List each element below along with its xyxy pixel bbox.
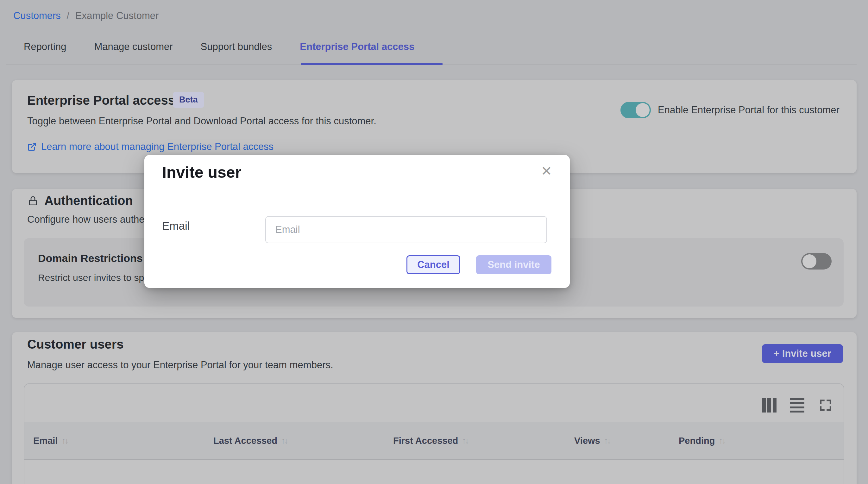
column-label: Pending [679,435,715,446]
domain-restrictions-toggle[interactable] [801,253,832,269]
column-header-views[interactable]: Views ↑↓ [574,422,610,459]
customer-users-title: Customer users [27,337,124,351]
learn-more-link[interactable]: Learn more about managing Enterprise Por… [27,141,274,153]
modal-title: Invite user [162,163,241,182]
table-toolbar [24,384,844,422]
tab-enterprise-portal-access[interactable]: Enterprise Portal access [300,41,414,53]
sort-icon[interactable]: ↑↓ [604,436,610,446]
domain-restrictions-title: Domain Restrictions [38,252,143,264]
column-label: First Accessed [393,435,458,446]
columns-icon[interactable] [762,398,776,413]
beta-badge: Beta [173,92,204,108]
breadcrumb-current: Example Customer [75,10,159,21]
cancel-button[interactable]: Cancel [406,255,460,274]
customer-detail-page: Customers / Example Customer Reporting M… [0,0,868,484]
column-header-pending[interactable]: Pending ↑↓ [679,422,724,459]
enable-portal-toggle[interactable] [620,102,651,118]
tab-manage-customer[interactable]: Manage customer [94,41,173,53]
breadcrumb: Customers / Example Customer [13,10,159,22]
column-label: Last Accessed [213,435,277,446]
authentication-header: Authentication [27,194,133,208]
table-empty-row: No users installed [24,460,844,484]
active-tab-underline [301,63,442,65]
authentication-title: Authentication [44,194,133,208]
invite-user-button[interactable]: + Invite user [762,344,843,363]
sort-icon[interactable]: ↑↓ [281,436,287,446]
toggle-knob [636,103,650,117]
column-header-last-accessed[interactable]: Last Accessed ↑↓ [213,422,287,459]
portal-toggle-row: Enable Enterprise Portal for this custom… [620,102,839,118]
send-invite-button[interactable]: Send invite [476,255,552,274]
sort-icon[interactable]: ↑↓ [719,436,724,446]
lock-icon [27,195,39,206]
column-label: Views [574,435,600,446]
column-header-email[interactable]: Email ↑↓ [33,422,67,459]
breadcrumb-separator: / [67,10,70,21]
toggle-knob [803,254,816,268]
tab-support-bundles[interactable]: Support bundles [201,41,272,53]
invite-user-modal: Invite user ✕ Email Cancel Send invite [144,155,570,288]
sort-icon[interactable]: ↑↓ [61,436,67,446]
email-field[interactable] [265,216,547,243]
portal-access-description: Toggle between Enterprise Portal and Dow… [27,116,376,127]
column-label: Email [33,435,58,446]
sort-icon[interactable]: ↑↓ [462,436,468,446]
email-label: Email [162,220,190,232]
row-density-icon[interactable] [790,398,804,413]
breadcrumb-customers-link[interactable]: Customers [13,10,61,21]
close-icon[interactable]: ✕ [541,164,552,178]
tab-reporting[interactable]: Reporting [24,41,66,53]
fullscreen-icon[interactable] [818,398,833,413]
customer-users-table: Email ↑↓ Last Accessed ↑↓ First Accessed… [24,383,844,484]
tab-bar: Reporting Manage customer Support bundle… [24,41,414,53]
table-header-row: Email ↑↓ Last Accessed ↑↓ First Accessed… [24,422,844,460]
portal-access-title: Enterprise Portal access [27,93,175,107]
learn-more-label: Learn more about managing Enterprise Por… [41,141,274,153]
customer-users-description: Manage user access to your Enterprise Po… [27,359,333,371]
external-link-icon [27,142,37,152]
column-header-first-accessed[interactable]: First Accessed ↑↓ [393,422,468,459]
enable-portal-toggle-label: Enable Enterprise Portal for this custom… [658,104,839,116]
